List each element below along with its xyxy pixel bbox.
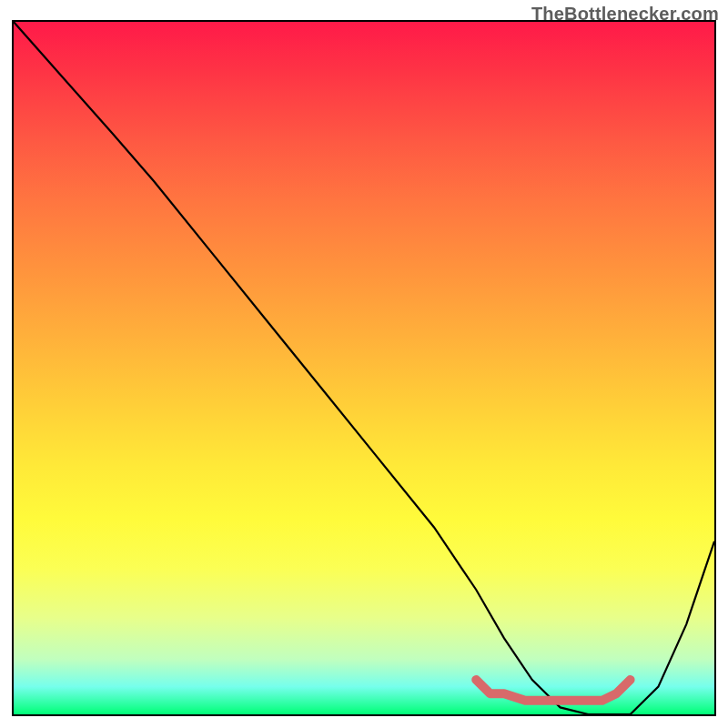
chart-plot-area	[12, 20, 716, 716]
chart-svg	[14, 22, 714, 714]
attribution-text: TheBottlenecker.com	[531, 4, 719, 25]
optimal-zone-path	[476, 680, 630, 701]
bottleneck-curve-path	[14, 22, 714, 714]
